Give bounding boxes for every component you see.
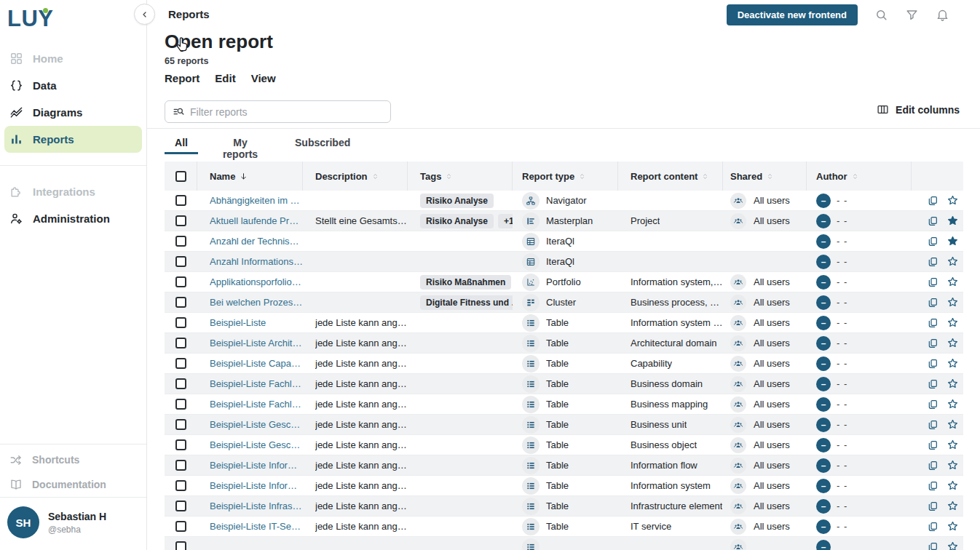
copy-report-icon[interactable] [927, 480, 938, 492]
report-name-link[interactable]: Anzahl der Technische… [210, 236, 303, 247]
report-name-link[interactable]: Beispiel-Liste Informati… [210, 480, 303, 491]
report-name-link[interactable]: Beispiel-Liste [210, 317, 266, 328]
sidebar-item-administration[interactable]: Administration [0, 205, 146, 232]
favorite-star-icon[interactable] [947, 337, 959, 349]
row-checkbox[interactable] [175, 521, 186, 532]
report-name-link[interactable]: Applikationsporfolio Ü… [210, 276, 303, 287]
report-name-link[interactable]: Anzahl Informationssy… [210, 256, 303, 267]
report-name-link[interactable]: Beispiel-Liste Geschäft… [210, 439, 303, 450]
sidebar-item-data[interactable]: Data [0, 72, 146, 99]
column-header-name[interactable]: Name [197, 162, 303, 191]
row-checkbox[interactable] [175, 541, 186, 550]
report-name-link[interactable]: Bei welchen Prozessen… [210, 297, 303, 308]
user-card[interactable]: SH Sebastian H @sebha [0, 498, 146, 550]
report-name-link[interactable]: Beispiel-Liste Infrastru… [210, 501, 303, 511]
column-header-description[interactable]: Description [303, 162, 408, 191]
copy-report-icon[interactable] [927, 419, 938, 431]
copy-report-icon[interactable] [927, 276, 938, 288]
row-checkbox[interactable] [175, 236, 186, 247]
favorite-star-icon[interactable] [947, 439, 959, 451]
search-icon[interactable] [874, 8, 888, 22]
report-name-link[interactable]: Beispiel-Liste Fachlich… [210, 378, 303, 389]
favorite-star-icon[interactable] [947, 520, 959, 533]
favorite-star-icon[interactable] [947, 459, 959, 471]
report-name-link[interactable]: Beispiel-Liste Architekt… [210, 338, 303, 348]
copy-report-icon[interactable] [927, 541, 938, 550]
report-name-link[interactable]: Abhängigkeiten im Kon… [210, 195, 303, 206]
row-checkbox[interactable] [175, 460, 186, 471]
filter-icon[interactable] [905, 8, 919, 22]
row-checkbox[interactable] [175, 480, 186, 491]
column-header-report-content[interactable]: Report content [618, 162, 723, 191]
report-name-link[interactable]: Beispiel-Liste IT-Servic… [210, 521, 303, 532]
copy-report-icon[interactable] [927, 460, 938, 471]
avatar[interactable]: SH [7, 506, 39, 538]
favorite-star-icon[interactable] [947, 235, 959, 247]
report-name-link[interactable]: Beispiel-Liste Capability [210, 358, 303, 369]
favorite-star-icon[interactable] [947, 255, 959, 268]
filter-reports-box[interactable] [165, 100, 391, 123]
tag-chip[interactable]: Digitale Fitness und … [420, 295, 513, 310]
row-checkbox[interactable] [175, 501, 186, 511]
report-name-link[interactable]: Aktuell laufende Projek… [210, 215, 303, 226]
favorite-star-icon[interactable] [947, 296, 959, 308]
copy-report-icon[interactable] [927, 256, 938, 268]
favorite-star-icon[interactable] [947, 378, 959, 390]
column-header-shared[interactable]: Shared [723, 162, 807, 191]
row-checkbox[interactable] [175, 276, 186, 287]
row-checkbox[interactable] [175, 358, 186, 369]
favorite-star-icon[interactable] [947, 357, 959, 370]
column-header-report-type[interactable]: Report type [513, 162, 618, 191]
copy-report-icon[interactable] [927, 317, 938, 329]
deactivate-frontend-button[interactable]: Deactivate new frontend [727, 4, 858, 25]
row-checkbox[interactable] [175, 439, 186, 450]
row-checkbox[interactable] [175, 317, 186, 328]
favorite-star-icon[interactable] [947, 398, 959, 410]
luy-logo[interactable]: LUY [7, 6, 54, 32]
row-checkbox[interactable] [175, 399, 186, 410]
row-checkbox[interactable] [175, 256, 186, 267]
favorite-star-icon[interactable] [947, 541, 959, 550]
row-checkbox[interactable] [175, 338, 186, 348]
favorite-star-icon[interactable] [947, 500, 959, 512]
sidebar-item-reports[interactable]: Reports [4, 126, 142, 153]
sidebar-collapse-button[interactable] [134, 4, 155, 25]
copy-report-icon[interactable] [927, 521, 938, 533]
favorite-star-icon[interactable] [947, 316, 959, 329]
copy-report-icon[interactable] [927, 399, 938, 410]
copy-report-icon[interactable] [927, 338, 938, 349]
tab-my-reports[interactable]: My reports [218, 135, 263, 160]
report-name-link[interactable]: Beispiel-Liste Fachlich… [210, 399, 303, 410]
row-checkbox[interactable] [175, 378, 186, 389]
select-all-checkbox[interactable] [175, 171, 186, 182]
row-checkbox[interactable] [175, 215, 186, 226]
menu-view[interactable]: View [251, 72, 276, 84]
favorite-star-icon[interactable] [947, 418, 959, 431]
row-checkbox[interactable] [175, 195, 186, 206]
column-header-select[interactable] [165, 162, 197, 191]
filter-reports-input[interactable] [190, 106, 383, 118]
tag-chip[interactable]: +1 [498, 214, 513, 228]
favorite-star-icon[interactable] [947, 194, 959, 207]
sidebar-item-home[interactable]: Home [0, 45, 146, 72]
report-name-link[interactable]: Beispiel-Liste Geschäft… [210, 419, 303, 430]
edit-columns-button[interactable]: Edit columns [877, 103, 960, 116]
row-checkbox[interactable] [175, 297, 186, 308]
copy-report-icon[interactable] [927, 195, 938, 207]
row-checkbox[interactable] [175, 419, 186, 430]
copy-report-icon[interactable] [927, 215, 938, 227]
copy-report-icon[interactable] [927, 378, 938, 390]
tab-all[interactable]: All [165, 135, 198, 148]
favorite-star-icon[interactable] [947, 479, 959, 492]
copy-report-icon[interactable] [927, 439, 938, 451]
tag-chip[interactable]: Risiko Analyse [420, 194, 494, 208]
notifications-bell-icon[interactable] [936, 8, 949, 22]
tab-subscribed[interactable]: Subscribed [295, 135, 341, 148]
tag-chip[interactable]: Risiko Analyse [420, 214, 494, 228]
menu-report[interactable]: Report [165, 72, 199, 84]
copy-report-icon[interactable] [927, 358, 938, 370]
tag-chip[interactable]: Risiko Maßnahmen [420, 275, 511, 290]
menu-edit[interactable]: Edit [215, 72, 235, 84]
sidebar-item-documentation[interactable]: Documentation [0, 472, 146, 497]
copy-report-icon[interactable] [927, 236, 938, 247]
